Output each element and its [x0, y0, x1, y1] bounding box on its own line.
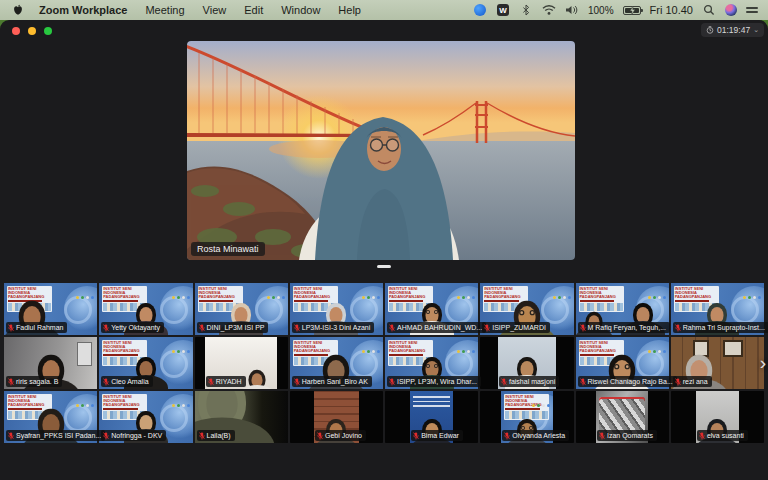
chevron-down-icon: ⌄	[753, 26, 759, 34]
minimize-window-button[interactable]	[28, 27, 36, 35]
menu-item-edit[interactable]: Edit	[235, 0, 272, 20]
virtual-background-banner: INSTITUT SENI INDONESIA PADANGPANJANG	[579, 340, 624, 366]
participant-name-tag: RIYADH	[206, 376, 246, 387]
participant-gallery: INSTITUT SENI INDONESIA PADANGPANJANG Fa…	[4, 283, 764, 445]
virtual-background-banner: INSTITUT SENI INDONESIA PADANGPANJANG	[483, 286, 528, 312]
participant-name-tag: Syafran_PPKS ISI Padan...	[6, 430, 105, 441]
participant-name-tag: Harben Sani_Biro AK	[292, 376, 372, 387]
participant-tile[interactable]: INSTITUT SENI INDONESIA PADANGPANJANG DI…	[195, 283, 288, 335]
participant-tile[interactable]: INSTITUT SENI INDONESIA PADANGPANJANG Iz…	[576, 391, 669, 443]
battery-icon	[623, 6, 641, 15]
siri-icon[interactable]	[725, 4, 737, 16]
virtual-background-logos	[455, 339, 475, 357]
participant-name-tag: rezi ana	[673, 376, 712, 387]
window-controls	[12, 27, 52, 35]
virtual-background-banner: INSTITUT SENI INDONESIA PADANGPANJANG	[7, 286, 52, 312]
participant-tile[interactable]: INSTITUT SENI INDONESIA PADANGPANJANG RI…	[195, 337, 288, 389]
muted-mic-icon	[484, 324, 490, 332]
menu-item-app[interactable]: Zoom Workplace	[30, 0, 136, 20]
virtual-background-logos	[74, 393, 94, 411]
muted-mic-icon	[389, 324, 395, 332]
control-center-icon[interactable]	[746, 7, 758, 13]
w-app-status-icon[interactable]: W	[497, 4, 509, 16]
virtual-background-banner: INSTITUT SENI INDONESIA PADANGPANJANG	[102, 286, 147, 312]
participant-name-tag: ISIPP, LP3M, Wira Dhar...	[387, 376, 481, 387]
fullscreen-window-button[interactable]	[44, 27, 52, 35]
gallery-resize-handle[interactable]	[377, 265, 391, 268]
participant-name-tag: LP3M-ISI-3 Dini Azani	[292, 322, 374, 333]
muted-mic-icon	[580, 378, 586, 386]
blue-app-status-icon[interactable]	[474, 4, 486, 16]
participant-tile[interactable]: INSTITUT SENI INDONESIA PADANGPANJANG AH…	[385, 283, 478, 335]
muted-mic-icon	[208, 378, 214, 386]
virtual-background-banner: INSTITUT SENI INDONESIA PADANGPANJANG	[102, 340, 147, 366]
bluetooth-icon[interactable]	[519, 4, 533, 16]
timer-clock-icon	[706, 26, 714, 34]
participant-tile[interactable]: INSTITUT SENI INDONESIA PADANGPANJANG Sy…	[4, 391, 97, 443]
participant-tile[interactable]: INSTITUT SENI INDONESIA PADANGPANJANG Ri…	[576, 337, 669, 389]
close-window-button[interactable]	[12, 27, 20, 35]
participant-tile[interactable]: INSTITUT SENI INDONESIA PADANGPANJANG Ol…	[480, 391, 573, 443]
menu-bar-clock[interactable]: Fri 10.40	[650, 4, 693, 16]
menu-item-window[interactable]: Window	[272, 0, 329, 20]
muted-mic-icon	[199, 432, 205, 440]
participant-name-tag: Bima Edwar	[411, 430, 463, 441]
participant-tile[interactable]: INSTITUT SENI INDONESIA PADANGPANJANG M …	[576, 283, 669, 335]
virtual-background-logos	[170, 339, 190, 357]
participant-tile[interactable]: INSTITUT SENI INDONESIA PADANGPANJANG ri…	[4, 337, 97, 389]
muted-mic-icon	[317, 432, 323, 440]
participant-name-tag: faishal masjoni	[499, 376, 559, 387]
participant-name-tag: Rahma Tri Suprapto-Inst...	[673, 322, 768, 333]
virtual-background-banner: INSTITUT SENI INDONESIA PADANGPANJANG	[388, 340, 433, 366]
participant-tile[interactable]: INSTITUT SENI INDONESIA PADANGPANJANG fa…	[480, 337, 573, 389]
muted-mic-icon	[699, 432, 705, 440]
participant-tile[interactable]: INSTITUT SENI INDONESIA PADANGPANJANG IS…	[480, 283, 573, 335]
meeting-timer-value: 01:19:47	[717, 25, 750, 35]
participant-tile[interactable]: INSTITUT SENI INDONESIA PADANGPANJANG Cl…	[99, 337, 192, 389]
participant-name-tag: Gebi Jovino	[315, 430, 366, 441]
participant-tile[interactable]: INSTITUT SENI INDONESIA PADANGPANJANG Ha…	[290, 337, 383, 389]
wifi-icon[interactable]	[542, 4, 556, 16]
active-speaker-video[interactable]: Rosta Minawati	[187, 41, 575, 260]
muted-mic-icon	[504, 432, 510, 440]
virtual-background-logos	[741, 285, 761, 303]
muted-mic-icon	[294, 324, 300, 332]
participant-tile[interactable]: INSTITUT SENI INDONESIA PADANGPANJANG re…	[671, 337, 764, 389]
next-page-chevron-button[interactable]: ›	[760, 353, 766, 372]
apple-menu-icon[interactable]	[12, 4, 24, 16]
participant-tile[interactable]: INSTITUT SENI INDONESIA PADANGPANJANG el…	[671, 391, 764, 443]
muted-mic-icon	[501, 378, 507, 386]
virtual-background-banner: INSTITUT SENI INDONESIA PADANGPANJANG	[198, 286, 243, 312]
spotlight-search-icon[interactable]	[702, 4, 716, 16]
virtual-background-logos	[360, 339, 380, 357]
participant-tile[interactable]: INSTITUT SENI INDONESIA PADANGPANJANG La…	[195, 391, 288, 443]
participant-name-tag: Izan Qomarats	[597, 430, 657, 441]
meeting-timer-badge[interactable]: 01:19:47 ⌄	[701, 23, 764, 37]
menu-item-meeting[interactable]: Meeting	[136, 0, 193, 20]
participant-tile[interactable]: INSTITUT SENI INDONESIA PADANGPANJANG Bi…	[385, 391, 478, 443]
participant-tile[interactable]: INSTITUT SENI INDONESIA PADANGPANJANG Ye…	[99, 283, 192, 335]
participant-name-tag: M Rafiq Feryan, Teguh,...	[578, 322, 670, 333]
menu-item-help[interactable]: Help	[329, 0, 370, 20]
participant-tile[interactable]: INSTITUT SENI INDONESIA PADANGPANJANG Ra…	[671, 283, 764, 335]
virtual-background-logos	[646, 285, 666, 303]
virtual-background-logos	[74, 285, 94, 303]
participant-tile[interactable]: INSTITUT SENI INDONESIA PADANGPANJANG IS…	[385, 337, 478, 389]
participant-name-tag: Cleo Amalia	[101, 376, 152, 387]
virtual-background-banner: INSTITUT SENI INDONESIA PADANGPANJANG	[7, 394, 52, 420]
participant-name-tag: Yetty Oktayanty	[101, 322, 164, 333]
participant-tile[interactable]: INSTITUT SENI INDONESIA PADANGPANJANG LP…	[290, 283, 383, 335]
virtual-background-logos	[170, 285, 190, 303]
muted-mic-icon	[294, 378, 300, 386]
battery-percent-label: 100%	[588, 5, 614, 16]
participant-name-tag: ISIPP_ZUMARDI	[482, 322, 550, 333]
zoom-meeting-window: 01:19:47 ⌄	[0, 20, 768, 480]
participant-name-tag: riris sagala. B	[6, 376, 62, 387]
participant-tile[interactable]: INSTITUT SENI INDONESIA PADANGPANJANG Fa…	[4, 283, 97, 335]
participant-name-tag: AHMAD BAHRUDIN_WD...	[387, 322, 486, 333]
participant-tile[interactable]: INSTITUT SENI INDONESIA PADANGPANJANG No…	[99, 391, 192, 443]
participant-tile[interactable]: INSTITUT SENI INDONESIA PADANGPANJANG Ge…	[290, 391, 383, 443]
menu-item-view[interactable]: View	[194, 0, 236, 20]
volume-icon[interactable]	[565, 4, 579, 16]
virtual-background-logos	[646, 339, 666, 357]
